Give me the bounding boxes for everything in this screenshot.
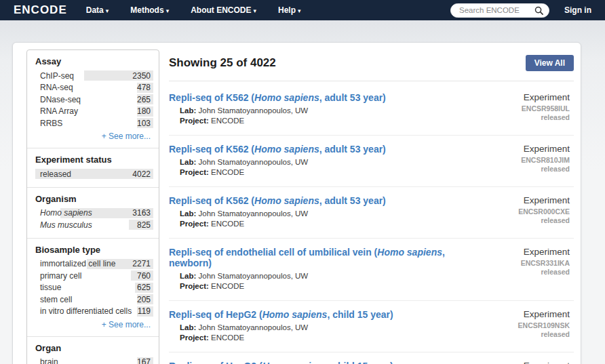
lab-value: John Stamatoyannopoulos, UW (198, 323, 308, 331)
facet-term-row[interactable]: in vitro differentiated cells 119 (35, 306, 153, 317)
facet-term-count: 103 (137, 119, 153, 128)
facet-term-count: 760 (137, 271, 153, 281)
facet-term-label: RNA-seq (35, 83, 137, 92)
result-title-link[interactable]: Repli-seq of HepG2 (Homo sapiens, child … (169, 309, 472, 320)
result-summary: Experiment ENCSR000CXE released (472, 195, 574, 229)
result-status-badge: released (472, 113, 570, 122)
facet-group: Assay ChIP-seq 2350 RNA-seq 478 DNase-se… (27, 50, 159, 148)
result-summary: Experiment ENCSR958IUL released (472, 92, 574, 126)
menu-help[interactable]: Help▾ (278, 5, 301, 15)
result-item: Repli-seq of HepG2 (Homo sapiens, child … (169, 352, 574, 364)
results-column: Showing 25 of 4022 View All Repli-seq of… (169, 49, 575, 364)
chevron-down-icon: ▾ (298, 7, 301, 14)
result-item: Repli-seq of HepG2 (Homo sapiens, child … (169, 301, 574, 352)
chevron-down-icon: ▾ (166, 7, 170, 14)
facet-term-row[interactable]: DNase-seq 265 (35, 94, 153, 105)
results-header: Showing 25 of 4022 View All (169, 49, 574, 81)
result-project-line: Project: ENCODE (169, 333, 472, 343)
facet-term-label: released (35, 169, 132, 179)
menu-methods[interactable]: Methods▾ (130, 5, 169, 15)
organism-name: Homo sapiens (377, 247, 442, 258)
result-type: Experiment (472, 361, 570, 364)
facet-term-label: DNase-seq (35, 95, 137, 104)
facet-term-label: in vitro differentiated cells (35, 306, 138, 316)
result-project-line: Project: ENCODE (169, 167, 472, 178)
facet-term-count: 2350 (132, 71, 153, 81)
facet-group: Organism Homo sapiens 3163 Mus musculus … (27, 187, 159, 238)
result-details: Repli-seq of K562 (Homo sapiens, adult 5… (169, 144, 472, 178)
result-lab-line: Lab: John Stamatoyannopoulos, UW (169, 157, 472, 167)
facet-term-row[interactable]: primary cell 760 (35, 270, 153, 281)
result-summary: Experiment ENCSR109NSK released (472, 309, 574, 343)
facet-term-count: 625 (137, 283, 153, 292)
result-title-link[interactable]: Repli-seq of K562 (Homo sapiens, adult 5… (169, 92, 472, 103)
see-more-link[interactable]: + See more... (35, 132, 153, 141)
facet-term-row[interactable]: immortalized cell line 2271 (35, 258, 153, 270)
result-details: Repli-seq of HepG2 (Homo sapiens, child … (169, 361, 472, 364)
project-label: Project: (180, 220, 209, 228)
facet-term-row[interactable]: RNA-seq 478 (35, 82, 153, 94)
result-summary: Experiment ENCSR810JIM released (472, 144, 574, 178)
facet-term-count: 205 (137, 295, 153, 304)
facet-term-row[interactable]: tissue 625 (35, 282, 153, 294)
view-all-button[interactable]: View All (526, 55, 574, 71)
navbar-right: Sign in (450, 3, 591, 18)
project-value: ENCODE (211, 333, 244, 342)
facet-term-row[interactable]: ChIP-seq 2350 (35, 70, 153, 81)
main-menu: Data▾Methods▾About ENCODE▾Help▾ (86, 5, 323, 15)
result-title-link[interactable]: Repli-seq of endothelial cell of umbilic… (169, 247, 472, 268)
result-details: Repli-seq of K562 (Homo sapiens, adult 5… (169, 92, 472, 126)
result-title-link[interactable]: Repli-seq of HepG2 (Homo sapiens, child … (169, 361, 472, 364)
facet-term-row[interactable]: released 4022 (35, 168, 153, 180)
organism-name: Homo sapiens (254, 144, 319, 155)
result-status-badge: released (472, 268, 570, 277)
project-label: Project: (180, 333, 209, 342)
project-value: ENCODE (211, 168, 244, 176)
result-accession: ENCSR331IKA (472, 259, 570, 268)
menu-data[interactable]: Data▾ (86, 5, 109, 15)
facet-term-row[interactable]: stem cell 205 (35, 294, 153, 305)
result-project-line: Project: ENCODE (169, 116, 472, 126)
menu-about-encode[interactable]: About ENCODE▾ (191, 5, 256, 15)
sign-in-link[interactable]: Sign in (564, 5, 591, 15)
facet-term-count: 3163 (132, 208, 153, 218)
facet-rows: Homo sapiens 3163 Mus musculus 825 (35, 207, 153, 231)
project-label: Project: (180, 117, 209, 125)
lab-value: John Stamatoyannopoulos, UW (198, 209, 308, 218)
search-icon[interactable] (534, 6, 543, 15)
chevron-down-icon: ▾ (106, 7, 109, 14)
content-panel: Assay ChIP-seq 2350 RNA-seq 478 DNase-se… (12, 42, 581, 364)
result-title-link[interactable]: Repli-seq of K562 (Homo sapiens, adult 5… (169, 144, 472, 155)
encode-logo[interactable]: ENCODE (14, 3, 67, 17)
result-item: Repli-seq of K562 (Homo sapiens, adult 5… (169, 187, 574, 239)
see-more-link[interactable]: + See more... (35, 320, 153, 329)
facet-term-row[interactable]: Homo sapiens 3163 (35, 207, 153, 219)
facet-term-label: primary cell (35, 271, 137, 281)
lab-value: John Stamatoyannopoulos, UW (198, 272, 308, 280)
result-item: Repli-seq of endothelial cell of umbilic… (169, 239, 574, 301)
results-count-heading: Showing 25 of 4022 (169, 56, 276, 70)
result-status-badge: released (472, 216, 570, 225)
chevron-down-icon: ▾ (253, 7, 256, 14)
result-lab-line: Lab: John Stamatoyannopoulos, UW (169, 271, 472, 281)
organism-name: Homo sapiens (262, 361, 328, 364)
facet-term-row[interactable]: Mus musculus 825 (35, 219, 153, 230)
facet-term-count: 825 (137, 220, 153, 230)
facet-rows: brain 167 skin of body 125 blood vessel … (35, 357, 153, 364)
facet-group-title: Organism (35, 194, 153, 204)
lab-value: John Stamatoyannopoulos, UW (198, 106, 308, 115)
project-value: ENCODE (211, 117, 244, 125)
facet-term-row[interactable]: RNA Array 180 (35, 106, 153, 117)
lab-label: Lab: (180, 272, 196, 280)
facet-term-row[interactable]: brain 167 (35, 357, 153, 364)
facet-term-row[interactable]: RRBS 103 (35, 117, 153, 129)
facet-group: Organ brain 167 skin of body 125 blood v… (27, 336, 159, 364)
result-lab-line: Lab: John Stamatoyannopoulos, UW (169, 106, 472, 116)
facet-term-label: ChIP-seq (35, 71, 132, 81)
facet-term-label: brain (35, 357, 137, 364)
result-title-link[interactable]: Repli-seq of K562 (Homo sapiens, adult 5… (169, 195, 472, 206)
result-details: Repli-seq of HepG2 (Homo sapiens, child … (169, 309, 472, 343)
search-input[interactable] (459, 6, 534, 14)
search-box[interactable] (450, 3, 549, 18)
facet-term-count: 2271 (132, 259, 153, 268)
